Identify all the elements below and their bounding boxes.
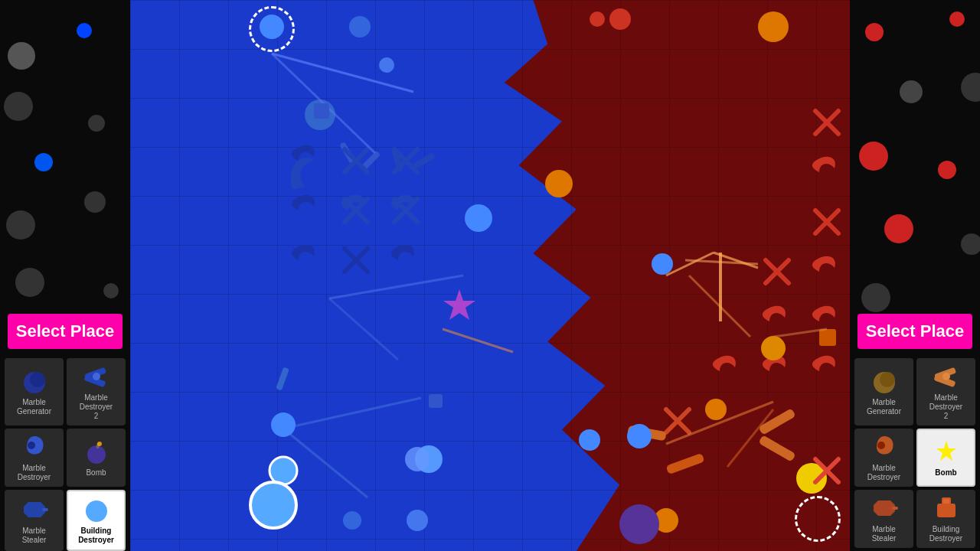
svg-point-4 <box>93 373 100 380</box>
left-item-label: MarbleDestroyer <box>18 464 51 482</box>
svg-point-74 <box>942 373 950 380</box>
dot <box>961 233 980 255</box>
right-marble-destroyer-icon <box>871 433 898 461</box>
dot <box>88 115 105 132</box>
svg-point-6 <box>87 445 106 464</box>
dot <box>15 268 44 297</box>
right-item-marble-destroyer-2[interactable]: MarbleDestroyer2 <box>916 358 975 425</box>
svg-rect-80 <box>943 499 949 504</box>
left-item-bomb[interactable]: Bomb <box>67 429 126 487</box>
left-item-label: Bomb <box>86 468 106 478</box>
dot <box>84 191 106 213</box>
dot <box>861 283 890 312</box>
blue-selected-preview <box>249 481 298 530</box>
dot <box>865 23 884 41</box>
dot <box>938 161 956 179</box>
dot <box>6 210 35 240</box>
left-item-label: MarbleStealer <box>22 527 47 545</box>
right-item-label: MarbleDestroyer <box>867 464 900 482</box>
marble-destroyer-icon <box>21 433 48 461</box>
svg-marker-76 <box>936 441 956 461</box>
dot <box>4 92 33 121</box>
svg-point-8 <box>97 442 102 446</box>
dot <box>961 73 980 102</box>
svg-point-71 <box>880 372 895 387</box>
bomb-icon <box>83 438 110 465</box>
right-item-marble-stealer[interactable]: MarbleStealer <box>854 490 913 548</box>
svg-rect-9 <box>42 508 48 511</box>
dot <box>949 11 965 27</box>
dot <box>34 153 53 171</box>
dot <box>103 283 119 298</box>
dot <box>859 142 888 171</box>
right-item-marble-generator[interactable]: MarbleGenerator <box>854 358 913 425</box>
left-item-label: MarbleGenerator <box>17 398 51 416</box>
left-item-label: BuildingDestroyer <box>78 527 114 545</box>
right-marble-stealer-icon <box>871 494 898 522</box>
game-container: Select Place MarbleGenerator <box>0 0 980 551</box>
right-item-label: Bomb <box>935 468 956 478</box>
svg-rect-78 <box>937 504 956 517</box>
right-item-label: MarbleDestroyer2 <box>929 393 962 421</box>
building-destroyer-icon <box>83 496 110 523</box>
right-item-label: BuildingDestroyer <box>929 525 962 543</box>
left-item-building-destroyer[interactable]: BuildingDestroyer <box>67 490 126 551</box>
right-item-bomb[interactable]: Bomb <box>916 429 975 487</box>
left-item-marble-generator[interactable]: MarbleGenerator <box>5 358 64 425</box>
svg-point-10 <box>86 500 107 522</box>
marble-gen-icon <box>21 367 48 395</box>
dot <box>8 42 35 70</box>
svg-rect-77 <box>892 507 898 510</box>
left-item-marble-stealer[interactable]: MarbleStealer <box>5 490 64 551</box>
right-item-marble-destroyer[interactable]: MarbleDestroyer <box>854 429 913 487</box>
right-bomb-icon <box>933 438 960 465</box>
left-item-marble-destroyer-2[interactable]: MarbleDestroyer2 <box>67 358 126 425</box>
svg-point-75 <box>877 442 885 449</box>
right-sidebar: Select Place MarbleGenerator <box>850 0 980 551</box>
right-item-label: MarbleGenerator <box>867 398 901 416</box>
marble-destroyer2-icon <box>83 363 110 390</box>
marble-stealer-icon <box>21 496 48 523</box>
grid-overlay <box>130 0 850 551</box>
player-circle-left <box>249 6 295 52</box>
right-item-label: MarbleStealer <box>872 525 897 543</box>
left-item-marble-destroyer[interactable]: MarbleDestroyer <box>5 429 64 487</box>
right-marble-destroyer2-icon <box>933 363 960 390</box>
dot <box>900 80 923 103</box>
dot <box>77 23 92 38</box>
svg-point-5 <box>28 442 35 449</box>
right-building-destroyer-icon <box>933 494 960 522</box>
player-circle-right <box>795 496 841 542</box>
svg-point-1 <box>30 372 45 387</box>
right-marble-gen-icon <box>871 367 898 395</box>
game-area[interactable] <box>130 0 850 551</box>
right-item-building-destroyer[interactable]: BuildingDestroyer <box>916 490 975 548</box>
left-sidebar: Select Place MarbleGenerator <box>0 0 130 551</box>
dot <box>884 214 913 243</box>
left-item-label: MarbleDestroyer2 <box>80 393 113 421</box>
